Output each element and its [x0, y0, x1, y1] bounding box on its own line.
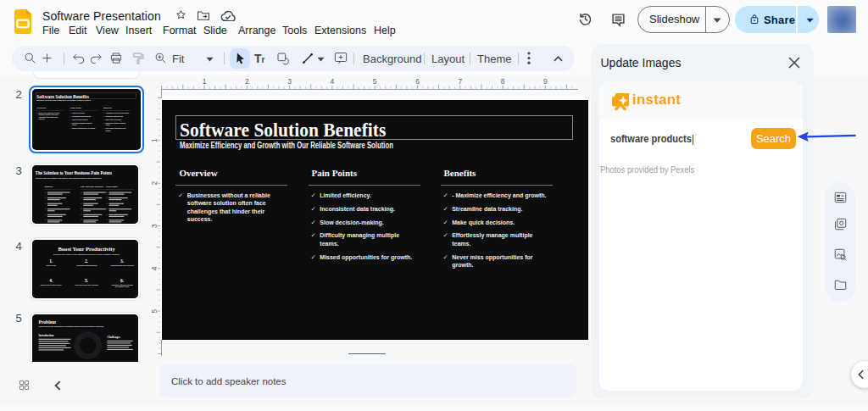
svg-text:3: 3: [287, 77, 292, 86]
svg-text:1: 1: [151, 138, 159, 142]
svg-text:9: 9: [543, 77, 548, 86]
svg-text:6: 6: [415, 77, 420, 86]
svg-text:5: 5: [151, 308, 159, 313]
svg-text:2: 2: [245, 77, 249, 86]
svg-text:2: 2: [151, 181, 159, 186]
svg-text:5: 5: [373, 77, 377, 86]
svg-text:4: 4: [331, 77, 335, 86]
svg-text:7: 7: [458, 77, 462, 86]
svg-text:1: 1: [203, 77, 207, 86]
svg-text:4: 4: [151, 266, 159, 270]
svg-text:3: 3: [151, 224, 159, 228]
svg-text:8: 8: [501, 77, 505, 86]
